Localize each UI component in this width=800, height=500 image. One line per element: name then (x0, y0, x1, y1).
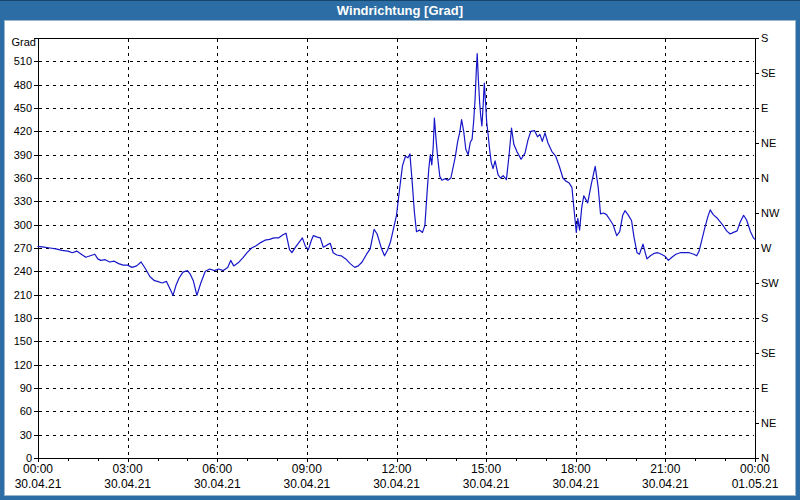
svg-text:09:00: 09:00 (292, 462, 322, 476)
svg-text:30: 30 (20, 429, 32, 441)
svg-text:30.04.21: 30.04.21 (284, 477, 331, 491)
chart-panel: 0306090120150180210240270300330360390420… (4, 20, 796, 496)
svg-text:N: N (761, 172, 769, 184)
svg-text:270: 270 (14, 242, 32, 254)
svg-text:15:00: 15:00 (471, 462, 501, 476)
svg-text:E: E (761, 102, 768, 114)
wind-direction-line (38, 54, 755, 296)
svg-text:NE: NE (761, 417, 776, 429)
svg-text:510: 510 (14, 55, 32, 67)
svg-text:E: E (761, 382, 768, 394)
svg-text:180: 180 (14, 312, 32, 324)
svg-text:01.05.21: 01.05.21 (732, 477, 779, 491)
gridlines (39, 39, 754, 457)
svg-text:30.04.21: 30.04.21 (373, 477, 420, 491)
svg-text:SE: SE (761, 347, 776, 359)
svg-text:450: 450 (14, 102, 32, 114)
svg-text:300: 300 (14, 219, 32, 231)
svg-text:30.04.21: 30.04.21 (552, 477, 599, 491)
svg-text:S: S (761, 312, 768, 324)
svg-text:03:00: 03:00 (113, 462, 143, 476)
svg-text:210: 210 (14, 289, 32, 301)
svg-text:420: 420 (14, 125, 32, 137)
svg-text:S: S (761, 32, 768, 44)
window-title: Windrichtung [Grad] (337, 3, 463, 18)
compass-labels: NNEESESSWWNWNNEESES (761, 32, 780, 464)
svg-text:30.04.21: 30.04.21 (15, 477, 62, 491)
x-axis-labels: 00:0030.04.2103:0030.04.2106:0030.04.210… (15, 462, 779, 491)
svg-text:NE: NE (761, 137, 776, 149)
svg-text:390: 390 (14, 149, 32, 161)
svg-text:240: 240 (14, 265, 32, 277)
svg-text:60: 60 (20, 405, 32, 417)
svg-text:21:00: 21:00 (650, 462, 680, 476)
svg-text:00:00: 00:00 (23, 462, 53, 476)
y-axis-title: Grad (12, 36, 36, 48)
svg-text:W: W (761, 242, 772, 254)
svg-text:18:00: 18:00 (561, 462, 591, 476)
svg-text:30.04.21: 30.04.21 (194, 477, 241, 491)
svg-text:120: 120 (14, 359, 32, 371)
svg-text:06:00: 06:00 (202, 462, 232, 476)
svg-text:SW: SW (761, 277, 779, 289)
svg-text:12:00: 12:00 (381, 462, 411, 476)
svg-text:150: 150 (14, 335, 32, 347)
svg-text:30.04.21: 30.04.21 (463, 477, 510, 491)
svg-text:SE: SE (761, 67, 776, 79)
svg-text:90: 90 (20, 382, 32, 394)
svg-text:360: 360 (14, 172, 32, 184)
svg-text:30.04.21: 30.04.21 (104, 477, 151, 491)
axes (34, 39, 759, 463)
y-axis-labels: 0306090120150180210240270300330360390420… (14, 55, 32, 464)
application-window: { "window": { "title": "Windrichtung [Gr… (0, 0, 800, 500)
svg-text:330: 330 (14, 195, 32, 207)
svg-text:480: 480 (14, 79, 32, 91)
svg-text:NW: NW (761, 207, 780, 219)
wind-direction-chart: 0306090120150180210240270300330360390420… (4, 20, 796, 496)
svg-text:00:00: 00:00 (740, 462, 770, 476)
window-title-bar: Windrichtung [Grad] (0, 0, 800, 21)
svg-text:30.04.21: 30.04.21 (642, 477, 689, 491)
